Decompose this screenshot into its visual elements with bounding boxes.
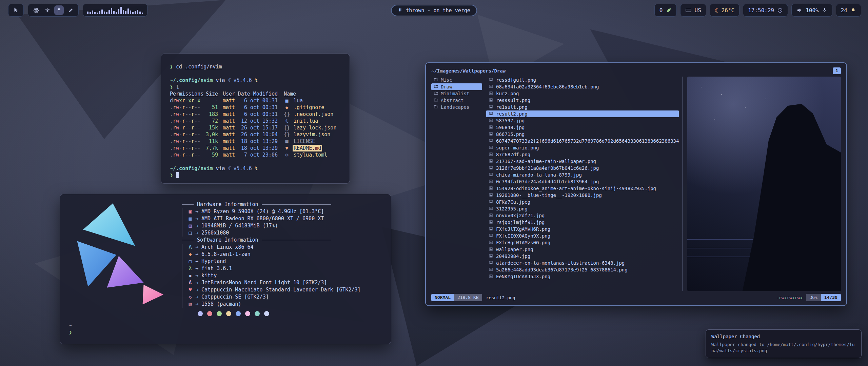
- image-file-icon: [489, 98, 493, 103]
- workspace-paw-button[interactable]: [43, 5, 52, 15]
- kitty-terminal-fetch-window[interactable]: Hardware Information ▣ → AMD Ryzen 9 590…: [60, 194, 391, 344]
- file-list-item[interactable]: atardecer-en-la-montanas-ilustracion-634…: [486, 260, 679, 266]
- size-cell: 51: [202, 104, 218, 111]
- permissions-cell: .rw-r--r--: [170, 118, 202, 124]
- image-file-icon: [489, 165, 493, 171]
- bolt-icon: ↯: [255, 165, 258, 172]
- file-list-item[interactable]: 217167-sad-anime-rain-wallpaper.png: [486, 158, 679, 165]
- info-line: ♥ → Catppuccin-Macchiato-Standard-Lavend…: [182, 286, 379, 293]
- visualizer-bar: [104, 12, 105, 14]
- file-list-item[interactable]: 20492984.jpg: [486, 253, 679, 260]
- file-name: FXfcJlTXgAMvH6R.png: [496, 226, 550, 232]
- size-cell: 183: [202, 111, 218, 118]
- cursor-position-badge: 14/38: [821, 294, 841, 301]
- file-list-item[interactable]: 587597.jpg: [486, 117, 679, 124]
- image-file-icon: [489, 111, 493, 117]
- info-value: 10948MiB / 64183MiB (17%): [201, 222, 278, 229]
- arrow-icon: →: [195, 279, 198, 286]
- file-list-item[interactable]: 866715.png: [486, 131, 679, 138]
- file-list-item[interactable]: ressdfgult.png: [486, 77, 679, 83]
- notification-body: Wallpaper changed to /home/matt/.config/…: [711, 342, 856, 354]
- volume-module[interactable]: 100%: [791, 4, 832, 17]
- table-row: .rw-r--r-- 15k matt 26 oct 15:17 {} lazy…: [170, 124, 341, 131]
- file-list-item[interactable]: EeNKYgIUcAAJ5JX.png: [486, 273, 679, 280]
- table-row: .rw-r--r-- 3,0k matt 26 oct 10:04 {} laz…: [170, 131, 341, 138]
- sidebar-folder-item[interactable]: Landscapes: [431, 104, 482, 110]
- file-list-item[interactable]: FXfcJlTXgAMvH6R.png: [486, 226, 679, 232]
- permissions-cell: .rw-r--r--: [170, 104, 202, 111]
- folder-icon: [434, 84, 438, 90]
- file-list-item[interactable]: 08a634fa02a32364f69ebc86a98eb1eb.png: [486, 83, 679, 90]
- kitty-terminal-nvim-window[interactable]: ❯ cd .config/nvim ~/.config/nvim via ☾ v…: [161, 54, 350, 184]
- scroll-progress-badge: 36%: [806, 294, 821, 301]
- file-list-item[interactable]: 68747470733a2f2f696d616765732d7769786d70…: [486, 138, 679, 144]
- temperature: 26°C: [722, 7, 735, 14]
- yazi-file-manager-window[interactable]: ~/Imagenes/Wallpapers/Draw 1 Misc Draw: [425, 62, 847, 306]
- weather-module[interactable]: ☾ 26°C: [710, 4, 739, 17]
- wallpaper-preview-image: [687, 77, 841, 291]
- workspace-atom-button[interactable]: [31, 5, 41, 15]
- wallpaper-changed-notification[interactable]: Wallpaper Changed Wallpaper changed to /…: [706, 329, 862, 358]
- workspace-pencil-button[interactable]: [66, 5, 75, 15]
- updates-module[interactable]: 0: [654, 4, 677, 17]
- permissions-cell: .rw-r--r--: [170, 138, 202, 145]
- sidebar-folder-item[interactable]: Misc: [431, 77, 482, 83]
- info-line: λ → fish 3.6.1: [182, 265, 379, 272]
- workspace-flag-button[interactable]: [54, 5, 64, 15]
- file-list-item[interactable]: chica-mirando-la-luna-8799.jpg: [486, 171, 679, 178]
- file-table-header: Permissions Size User Date Modified Name: [170, 90, 341, 97]
- file-list-item[interactable]: nnvuv0xj2df71.jpg: [486, 212, 679, 219]
- file-name: 5a266e448add93deab367d87173e9f25-6837886…: [496, 267, 628, 272]
- visualizer-bar: [113, 11, 115, 14]
- file-type-icon: ▤: [282, 138, 291, 145]
- info-line: □ → 868x366: [182, 229, 379, 237]
- file-list-item[interactable]: 19201080-__blue-tinge__-1920×1080.jpg: [486, 192, 679, 199]
- sidebar-folder-item[interactable]: Minimalist: [431, 90, 482, 97]
- media-title: thrown - on the verge: [406, 7, 470, 14]
- file-list-item[interactable]: re1sult.png: [486, 104, 679, 110]
- size-cell: 11k: [202, 138, 218, 145]
- file-list-item[interactable]: resssult.png: [486, 97, 679, 104]
- shell-prompt[interactable]: ~ ❯: [69, 322, 382, 336]
- visualizer-bar: [116, 12, 117, 14]
- info-value: kitty: [201, 272, 217, 279]
- user-cell: matt: [218, 111, 237, 118]
- current-directory: ~/.config/nvim: [170, 165, 213, 172]
- launcher-button[interactable]: [8, 4, 24, 17]
- table-row: .rw-r--r-- 59 matt 7 oct 23:06 ⚙ stylua.…: [170, 151, 341, 158]
- file-list-item[interactable]: rsjqojlmjhf91.jpg: [486, 219, 679, 226]
- file-list-item[interactable]: kurz.png: [486, 90, 679, 97]
- file-list-item[interactable]: 596848.jpg: [486, 124, 679, 131]
- tab-badge[interactable]: 1: [833, 67, 841, 74]
- flag-icon: [56, 7, 62, 13]
- file-name: 20492984.jpg: [496, 253, 530, 259]
- file-list[interactable]: ressdfgult.png 08a634fa02a32364f69ebc86a…: [482, 77, 682, 291]
- file-list-item[interactable]: FXfcII0X0AQyn9X.png: [486, 232, 679, 239]
- file-list-item[interactable]: 5a266e448add93deab367d87173e9f25-6837886…: [486, 266, 679, 273]
- file-list-item[interactable]: result2.png: [486, 110, 679, 117]
- visualizer-bar: [101, 9, 103, 14]
- file-list-item[interactable]: super-mario.png: [486, 144, 679, 151]
- file-list-item[interactable]: FXfcHgcWIAMzs0G.png: [486, 239, 679, 246]
- file-list-item[interactable]: 8FKa7Cu.jpeg: [486, 199, 679, 205]
- notifications-module[interactable]: 24: [836, 4, 861, 17]
- media-player-module[interactable]: thrown - on the verge: [391, 5, 477, 16]
- image-file-icon: [489, 267, 493, 273]
- input-line[interactable]: ❯: [170, 172, 341, 179]
- topbar-right: 0 US ☾ 26°C 17:50:29 100% 24: [654, 4, 861, 17]
- clock-module[interactable]: 17:50:29: [743, 4, 788, 17]
- file-list-item[interactable]: 87r687df.png: [486, 151, 679, 158]
- mode-badge: NORMAL: [431, 294, 454, 301]
- file-list-item[interactable]: 154928-odinokoe_anime-art-anime-okno-sin…: [486, 185, 679, 192]
- file-list-item[interactable]: wallpaper.png: [486, 246, 679, 253]
- sidebar-folder-item[interactable]: Draw: [431, 83, 482, 90]
- size-cell: 3,0k: [202, 131, 218, 138]
- file-list-item[interactable]: 3126f7e9bbf21a8a4af0b67b041c6e26.jpg: [486, 165, 679, 171]
- user-cell: matt: [218, 97, 237, 104]
- file-list-item[interactable]: 0c794faf07de24a4db4d4fb1eb813964.jpg: [486, 178, 679, 185]
- file-list-item[interactable]: 3122955.png: [486, 205, 679, 212]
- keyboard-layout-module[interactable]: US: [680, 4, 706, 17]
- sidebar-folder-item[interactable]: Abstract: [431, 97, 482, 104]
- arrow-icon: →: [195, 229, 198, 237]
- audio-visualizer[interactable]: [83, 4, 147, 17]
